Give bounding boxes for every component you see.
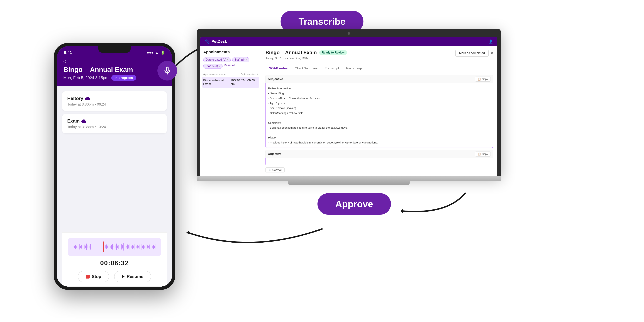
status-badge: In progress bbox=[111, 75, 136, 81]
svg-rect-6 bbox=[75, 245, 76, 249]
filter-chip-staff[interactable]: Staff (d) × bbox=[232, 57, 249, 62]
svg-rect-60 bbox=[154, 246, 155, 248]
svg-rect-52 bbox=[144, 246, 145, 248]
svg-rect-30 bbox=[117, 246, 118, 248]
svg-rect-35 bbox=[124, 243, 124, 250]
timer-display: 00:06:32 bbox=[68, 260, 161, 267]
waveform-container bbox=[68, 238, 161, 256]
filter-status-label: Status (d) bbox=[206, 64, 218, 68]
svg-rect-34 bbox=[122, 245, 123, 248]
svg-rect-7 bbox=[76, 246, 77, 248]
filter-date-label: Date created (d) bbox=[206, 58, 226, 61]
table-row[interactable]: Bingo – Annual Exam 10/22/2024, 09:45 pm bbox=[202, 77, 259, 88]
svg-rect-37 bbox=[126, 246, 126, 248]
soap-header: Bingo – Annual Exam Ready to Review Toda… bbox=[266, 50, 493, 63]
svg-rect-39 bbox=[128, 245, 129, 248]
row-date: 10/22/2024, 09:45 pm bbox=[230, 79, 258, 86]
tab-transcript[interactable]: Transcript bbox=[321, 65, 342, 72]
svg-rect-32 bbox=[120, 246, 120, 248]
stop-button[interactable]: Stop bbox=[78, 271, 109, 282]
svg-rect-21 bbox=[106, 244, 106, 249]
svg-rect-62 bbox=[104, 242, 104, 252]
svg-rect-54 bbox=[147, 245, 148, 248]
svg-rect-31 bbox=[118, 245, 119, 249]
laptop-device: 🐾 PetDesk 👤 Appointments Date created (d… bbox=[197, 28, 501, 185]
svg-rect-17 bbox=[89, 246, 90, 248]
phone-device: 9:41 ●●● ▲ 🔋 < Bingo – Annual Exam Mon, … bbox=[54, 43, 175, 290]
copy-objective-button[interactable]: 📋 Copy bbox=[475, 152, 491, 156]
soap-title: Bingo – Annual Exam bbox=[266, 50, 317, 56]
resume-button[interactable]: Resume bbox=[114, 271, 151, 282]
phone-notch bbox=[98, 46, 130, 52]
svg-rect-36 bbox=[125, 246, 125, 248]
svg-rect-49 bbox=[141, 244, 141, 250]
svg-rect-29 bbox=[116, 244, 117, 250]
phone-content: History Today at 3:30pm • 06:24 Exam bbox=[57, 86, 172, 286]
copy-subjective-button[interactable]: 📋 Copy bbox=[475, 76, 491, 82]
history-card[interactable]: History Today at 3:30pm • 06:24 bbox=[62, 92, 167, 111]
svg-rect-18 bbox=[90, 244, 90, 250]
resume-label: Resume bbox=[127, 274, 143, 279]
appointments-title: Appointments bbox=[203, 50, 258, 54]
filter-staff-label: Staff (d) bbox=[234, 58, 245, 61]
logo-text: PetDesk bbox=[212, 39, 227, 44]
svg-rect-44 bbox=[134, 244, 135, 250]
svg-rect-61 bbox=[156, 244, 156, 250]
laptop-camera bbox=[348, 32, 350, 35]
app-logo: 🐾 PetDesk bbox=[205, 39, 227, 44]
svg-rect-20 bbox=[105, 245, 105, 248]
svg-rect-33 bbox=[121, 244, 122, 250]
filter-chip-date[interactable]: Date created (d) × bbox=[203, 57, 231, 62]
svg-rect-43 bbox=[133, 246, 134, 248]
stop-icon bbox=[86, 274, 90, 278]
svg-rect-45 bbox=[136, 246, 136, 248]
appointments-panel: Appointments Date created (d) × Staff (d… bbox=[200, 46, 261, 176]
svg-rect-15 bbox=[86, 244, 87, 250]
svg-rect-16 bbox=[88, 245, 88, 248]
close-button[interactable]: × bbox=[491, 51, 493, 56]
tab-soap-notes[interactable]: SOAP notes bbox=[266, 65, 291, 72]
back-button[interactable]: < bbox=[63, 59, 166, 64]
svg-rect-50 bbox=[142, 246, 142, 248]
svg-rect-25 bbox=[111, 245, 112, 249]
svg-rect-28 bbox=[115, 245, 116, 248]
row-name: Bingo – Annual Exam bbox=[203, 79, 230, 86]
svg-rect-27 bbox=[114, 246, 114, 248]
svg-rect-38 bbox=[127, 244, 128, 249]
svg-rect-24 bbox=[110, 246, 110, 248]
svg-rect-11 bbox=[82, 245, 82, 249]
tab-recordings[interactable]: Recordings bbox=[342, 65, 366, 72]
filter-date-remove[interactable]: × bbox=[227, 58, 228, 61]
objective-section: Objective 📋 Copy bbox=[266, 150, 493, 165]
svg-rect-26 bbox=[112, 244, 113, 250]
reset-filters-link[interactable]: Reset all bbox=[224, 64, 235, 69]
objective-label: Objective bbox=[268, 152, 282, 156]
svg-marker-3 bbox=[186, 230, 189, 235]
status-icons: ●●● ▲ 🔋 bbox=[147, 50, 165, 55]
col-date: Date created ↑ bbox=[240, 73, 258, 76]
tab-client-summary[interactable]: Client Summary bbox=[291, 65, 321, 72]
ready-badge: Ready to Review bbox=[319, 50, 347, 55]
exam-card[interactable]: Exam Today at 3:38pm • 13:24 bbox=[62, 114, 167, 133]
soap-panel: Bingo – Annual Exam Ready to Review Toda… bbox=[261, 46, 497, 176]
filter-staff-remove[interactable]: × bbox=[245, 58, 247, 61]
svg-rect-41 bbox=[131, 246, 132, 248]
svg-rect-5 bbox=[74, 246, 74, 248]
appointment-date: Mon, Feb 5, 2024 3:15pm bbox=[63, 76, 108, 80]
svg-rect-42 bbox=[132, 245, 133, 249]
control-buttons: Stop Resume bbox=[68, 271, 161, 282]
svg-rect-40 bbox=[130, 244, 130, 250]
svg-rect-23 bbox=[108, 244, 109, 250]
microphone-icon bbox=[158, 61, 177, 80]
approve-badge: Approve bbox=[318, 193, 391, 215]
table-header: Appointment name Date created ↑ bbox=[203, 72, 258, 77]
mark-complete-button[interactable]: Mark as completed bbox=[456, 50, 489, 56]
filter-status-remove[interactable]: × bbox=[218, 65, 220, 68]
col-name: Appointment name bbox=[203, 73, 226, 76]
exam-title: Exam bbox=[67, 118, 80, 124]
copy-all-button[interactable]: 📋 Copy all bbox=[266, 168, 284, 172]
svg-rect-51 bbox=[143, 245, 144, 249]
filter-chip-status[interactable]: Status (d) × bbox=[203, 64, 222, 69]
appointment-title: Bingo – Annual Exam bbox=[63, 66, 166, 74]
subjective-text: Patient Information: - Name: Bingo - Spe… bbox=[266, 83, 493, 148]
